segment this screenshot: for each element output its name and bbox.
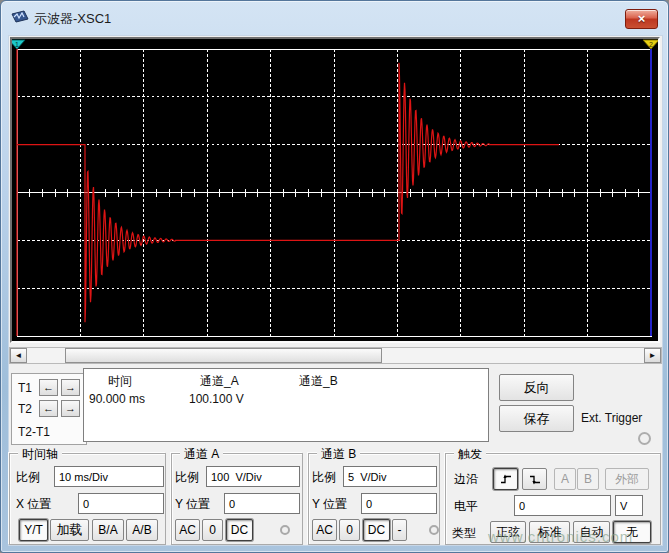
scope-scrollbar[interactable]: ◄ ►	[9, 347, 662, 364]
trigger-type-auto-button[interactable]: 自动	[573, 521, 610, 543]
channel-a-ypos-input[interactable]: 0	[224, 493, 300, 514]
falling-edge-button[interactable]	[522, 468, 547, 490]
trigger-type-normal-button[interactable]: 标准	[529, 521, 570, 543]
channel-a-title: 通道 A	[180, 446, 223, 463]
channel-b-panel: 通道 B 比例 5 V/Div Y 位置 0 AC 0 DC -	[308, 453, 440, 545]
t1-channel-a-value: 100.100 V	[189, 392, 244, 406]
channel-b-title: 通道 B	[317, 446, 360, 463]
ba-mode-button[interactable]: B/A	[92, 519, 124, 541]
timebase-scale-input[interactable]: 10 ms/Div	[54, 466, 164, 487]
channel-b-ypos-input[interactable]: 0	[361, 493, 437, 514]
channel-b-ac-button[interactable]: AC	[312, 519, 337, 541]
channel-a-terminal[interactable]	[280, 525, 290, 535]
scroll-left-button[interactable]: ◄	[10, 348, 27, 363]
cursor-nav-panel: T1 ← → T2 ← → T2-T1	[11, 373, 87, 445]
trigger-a-button[interactable]: A	[554, 468, 576, 490]
col-header-channel-b: 通道_B	[299, 373, 338, 390]
trigger-type-label: 类型	[452, 525, 476, 542]
scroll-right-button[interactable]: ►	[644, 348, 661, 363]
t1-time-value: 90.000 ms	[89, 392, 145, 406]
rising-edge-button[interactable]	[493, 468, 518, 490]
timebase-scale-label: 比例	[16, 469, 40, 486]
channel-b-ypos-label: Y 位置	[312, 496, 347, 513]
window-title: 示波器-XSC1	[34, 10, 111, 28]
t1-label: T1	[18, 381, 32, 395]
timebase-panel: 时间轴 比例 10 ms/Div X 位置 0 Y/T 加载 B/A A/B	[9, 453, 166, 545]
title-bar[interactable]: 示波器-XSC1 ×	[1, 1, 668, 35]
ext-trigger-terminal[interactable]	[638, 432, 651, 445]
channel-a-scale-input[interactable]: 100 V/Div	[206, 466, 300, 487]
trigger-level-label: 电平	[454, 498, 478, 515]
scope-display: 1 2	[10, 37, 660, 343]
channel-b-minus-button[interactable]: -	[392, 519, 407, 541]
x-position-label: X 位置	[16, 496, 51, 513]
channel-a-scale-label: 比例	[175, 469, 199, 486]
trigger-level-unit-select[interactable]: V	[615, 495, 643, 516]
trigger-ext-button[interactable]: 外部	[605, 468, 649, 490]
channel-a-dc-button[interactable]: DC	[226, 519, 253, 541]
channel-b-scale-label: 比例	[312, 469, 336, 486]
t1-left-button[interactable]: ←	[39, 379, 58, 396]
svg-text:1: 1	[15, 41, 19, 48]
trigger-edge-label: 边沿	[454, 471, 478, 488]
oscilloscope-window: 示波器-XSC1 × 1 2 ◄ ► T1 ← → T2	[0, 0, 669, 553]
channel-a-ac-button[interactable]: AC	[175, 519, 200, 541]
t2-t1-label: T2-T1	[18, 425, 50, 439]
trigger-panel: 触发 边沿 A B 外部 电平 0 V 类型 正弦 标准 自动 无	[445, 453, 661, 545]
oscilloscope-icon	[11, 9, 29, 27]
col-header-channel-a: 通道_A	[200, 373, 239, 390]
reverse-button[interactable]: 反向	[499, 374, 574, 401]
channel-b-terminal[interactable]	[429, 525, 439, 535]
scope-grid	[17, 49, 651, 336]
channel-b-scale-input[interactable]: 5 V/Div	[343, 466, 437, 487]
timebase-title: 时间轴	[18, 446, 62, 463]
yt-mode-button[interactable]: Y/T	[19, 519, 48, 541]
channel-a-zero-button[interactable]: 0	[202, 519, 223, 541]
add-mode-button[interactable]: 加载	[50, 519, 89, 541]
channel-a-panel: 通道 A 比例 100 V/Div Y 位置 0 AC 0 DC	[171, 453, 303, 545]
readout-table: 时间 通道_A 通道_B 90.000 ms 100.100 V	[83, 368, 489, 442]
col-header-time: 时间	[108, 373, 132, 390]
channel-a-ypos-label: Y 位置	[175, 496, 210, 513]
trigger-title: 触发	[454, 446, 486, 463]
x-position-input[interactable]: 0	[78, 493, 164, 514]
close-button[interactable]: ×	[625, 9, 658, 29]
t1-right-button[interactable]: →	[61, 379, 80, 396]
ext-trigger-label: Ext. Trigger	[581, 411, 642, 425]
scroll-thumb[interactable]	[65, 348, 382, 363]
trigger-type-sine-button[interactable]: 正弦	[490, 521, 526, 543]
rising-edge-icon	[499, 473, 513, 485]
trigger-level-input[interactable]: 0	[514, 495, 611, 516]
trigger-type-none-button[interactable]: 无	[613, 521, 651, 543]
t2-label: T2	[18, 402, 32, 416]
falling-edge-icon	[528, 473, 542, 485]
ab-mode-button[interactable]: A/B	[126, 519, 158, 541]
cursor2-flag[interactable]: 2	[643, 40, 658, 49]
svg-text:2: 2	[649, 41, 653, 48]
t2-right-button[interactable]: →	[61, 400, 80, 417]
channel-b-zero-button[interactable]: 0	[339, 519, 360, 541]
channel-b-dc-button[interactable]: DC	[363, 519, 390, 541]
save-button[interactable]: 保存	[499, 405, 574, 432]
cursor1-flag[interactable]: 1	[12, 40, 25, 49]
trigger-b-button[interactable]: B	[577, 468, 599, 490]
t2-left-button[interactable]: ←	[39, 400, 58, 417]
